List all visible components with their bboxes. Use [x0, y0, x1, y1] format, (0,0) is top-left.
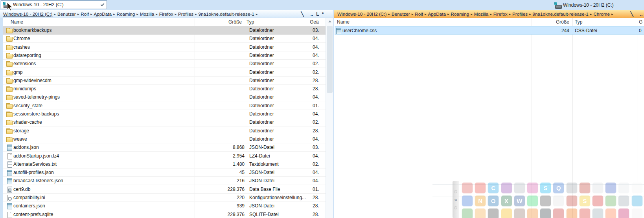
table-row[interactable]: ChromeDateiordner04.	[3, 35, 326, 43]
table-row[interactable]: crashesDateiordner04.	[3, 43, 326, 51]
left-drive-selector[interactable]: Windows-10 - 20H2 (C:)	[1, 0, 107, 9]
table-row[interactable]: minidumpsDateiordner28.	[3, 85, 326, 93]
breadcrumb-segment[interactable]: Rolf	[415, 11, 423, 16]
file-name: storage	[13, 127, 195, 135]
drive-icon	[554, 2, 561, 8]
breadcrumb-segment[interactable]: Benutzer	[57, 11, 76, 16]
left-drive-label: Windows-10 - 20H2 (C:)	[13, 2, 64, 7]
breadcrumb-separator-icon: ▸	[256, 12, 258, 16]
table-row[interactable]: datareportingDateiordner04.	[3, 51, 326, 60]
breadcrumb-segment[interactable]: Roaming	[117, 11, 135, 16]
table-row[interactable]: content-prefs.sqlite229.376SQLITE-Datei2…	[3, 211, 326, 218]
breadcrumb-segment[interactable]: Firefox	[159, 11, 173, 16]
breadcrumb-segment[interactable]: Mozilla	[140, 11, 154, 16]
table-row[interactable]: addonStartup.json.lz42.954LZ4-Datei04.	[3, 152, 326, 160]
file-name: minidumps	[13, 85, 195, 93]
breadcrumb-segment[interactable]: Mozilla	[474, 11, 488, 16]
breadcrumb-segment[interactable]: Firefox	[493, 11, 508, 16]
file-size: 229.376	[199, 185, 245, 194]
breadcrumb-separator-icon: ▸	[611, 12, 613, 16]
table-row[interactable]: weaveDateiordner04.	[3, 135, 326, 143]
file-type: JSON-Datei	[249, 169, 309, 177]
pane-left-margin	[0, 18, 3, 218]
table-row[interactable]: gmpDateiordner02.	[3, 68, 326, 77]
table-row[interactable]: shader-cacheDateiordner02.	[3, 118, 326, 126]
file-modified: 04.	[313, 110, 326, 118]
file-name: containers.json	[13, 202, 195, 210]
table-row[interactable]: bookmarkbackupsDateiordner03.	[3, 26, 326, 35]
column-header-name[interactable]: Name	[11, 18, 89, 26]
breadcrumb-segment[interactable]: Chrome	[593, 11, 610, 16]
file-size	[199, 26, 245, 35]
file-size	[199, 93, 245, 101]
file-type: Dateiordner	[249, 85, 309, 93]
breadcrumb-segment[interactable]: AppData	[428, 11, 446, 16]
file-size: 8.868	[199, 143, 245, 152]
table-row[interactable]: userChrome.css244CSS-Datei0	[335, 26, 644, 35]
breadcrumb-segment[interactable]: 9na1okne.default-release-1	[533, 11, 589, 16]
breadcrumb-segment[interactable]: Windows-10 - 20H2 (C:)	[3, 11, 52, 16]
column-header-type[interactable]: Typ	[247, 18, 302, 26]
column-header-modified[interactable]: Geä	[310, 18, 325, 26]
favorites-button[interactable]: *	[319, 10, 326, 18]
file-name: bookmarkbackups	[13, 26, 195, 35]
file-size	[199, 118, 245, 126]
table-row[interactable]: security_stateDateiordner01.	[3, 102, 326, 110]
file-name: userChrome.css	[342, 27, 529, 35]
file-type: Dateiordner	[249, 43, 309, 51]
table-row[interactable]: compatibility.ini220Konfigurationseinste…	[3, 194, 326, 202]
table-row[interactable]: containers.json939JSON-Datei28.	[3, 202, 326, 210]
scrollbar-thumb[interactable]	[327, 26, 333, 93]
file-name: addons.json	[13, 143, 195, 152]
folder-icon	[6, 111, 13, 117]
breadcrumb-separator-icon: ▸	[590, 12, 592, 16]
table-row[interactable]: autofill-profiles.json45JSON-Datei04.	[3, 169, 326, 177]
table-row[interactable]: sessionstore-backupsDateiordner04.	[3, 110, 326, 118]
left-pane-scrollbar[interactable]	[326, 18, 333, 218]
table-row[interactable]: saved-telemetry-pingsDateiordner04.	[3, 93, 326, 101]
column-header-size[interactable]: Größe	[197, 18, 242, 26]
right-drive-selector[interactable]: Windows-10 - 20H2 (C:)	[553, 2, 614, 9]
breadcrumb-segment[interactable]: Rolf	[81, 11, 89, 16]
table-row[interactable]: cert9.db229.376Data Base File01.	[3, 185, 326, 194]
table-row[interactable]: addons.json8.868JSON-Datei03.	[3, 143, 326, 152]
breadcrumb-segment[interactable]: Benutzer	[392, 11, 410, 16]
column-header-type[interactable]: Typ	[575, 18, 630, 26]
gear-icon	[6, 194, 13, 201]
handle-dot	[454, 206, 457, 209]
file-name: gmp-widevinecdm	[13, 77, 195, 85]
breadcrumb-separator-icon: ▸	[471, 12, 473, 16]
table-row[interactable]: broadcast-listeners.json216JSON-Datei04.	[3, 177, 326, 185]
breadcrumb-segment[interactable]: 9na1okne.default-release-1	[199, 11, 254, 16]
column-header-modified[interactable]: G	[639, 18, 644, 26]
table-row[interactable]: storageDateiordner28.	[3, 127, 326, 135]
left-breadcrumb-bar: Windows-10 - 20H2 (C:)▸Benutzer▸Rolf▸App…	[0, 10, 333, 18]
column-header-name[interactable]: Name	[337, 18, 416, 26]
table-row[interactable]: AlternateServices.txt1.480Textdokument02…	[3, 160, 326, 169]
top-bar: Windows-10 - 20H2 (C:) Windows-10 - 20H2…	[0, 0, 644, 10]
goto-root-button[interactable]: ╲	[299, 10, 306, 18]
file-modified: 04.	[313, 51, 326, 60]
folder-icon	[6, 119, 13, 125]
breadcrumb-segment[interactable]: Profiles	[178, 11, 193, 16]
table-row[interactable]: gmp-widevinecdmDateiordner28.	[3, 77, 326, 85]
file-size	[199, 102, 245, 110]
overlay-handle: »	[453, 181, 459, 218]
breadcrumb-segment[interactable]: Roaming	[451, 11, 469, 16]
breadcrumb-segment[interactable]: Windows-10 - 20H2 (C:)	[337, 11, 386, 16]
file-size: 939	[199, 202, 245, 210]
folder-icon	[6, 128, 13, 134]
chevron-down-icon[interactable]	[99, 2, 106, 8]
right-breadcrumb-bar: Windows-10 - 20H2 (C:)▸Benutzer▸Rolf▸App…	[334, 10, 644, 18]
parent-directory-button[interactable]: ..	[638, 10, 644, 18]
file-modified: 04.	[313, 93, 326, 101]
note-icon	[6, 203, 13, 209]
table-row[interactable]: extensionsDateiordner02.	[3, 60, 326, 68]
file-size	[199, 77, 245, 85]
file-name: cert9.db	[13, 185, 195, 194]
scroll-up-icon[interactable]	[326, 18, 333, 25]
column-header-size[interactable]: Größe	[534, 18, 569, 26]
breadcrumb-segment[interactable]: Profiles	[512, 11, 528, 16]
file-type: Dateiordner	[249, 118, 309, 126]
goto-root-button[interactable]: ╲	[628, 10, 635, 18]
